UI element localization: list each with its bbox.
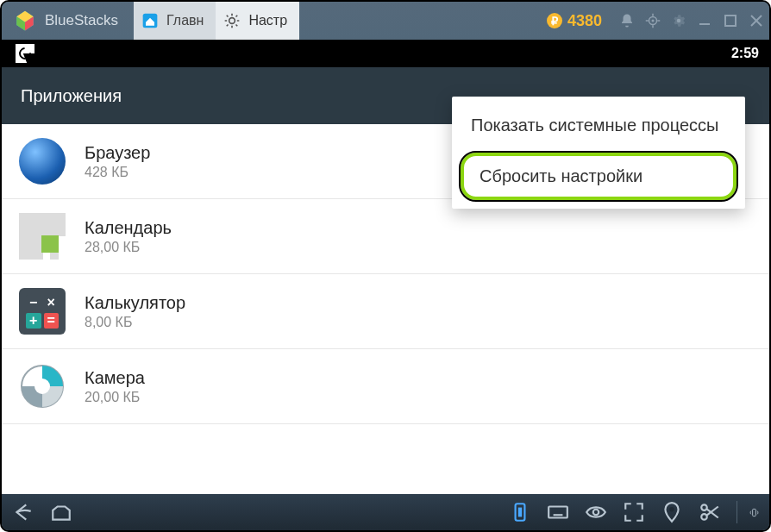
app-row-camera[interactable]: Камера 20,00 КБ	[2, 349, 769, 424]
svg-point-31	[593, 510, 599, 516]
svg-point-11	[652, 20, 655, 22]
svg-line-8	[227, 25, 229, 27]
svg-line-6	[227, 16, 229, 17]
calculator-icon: −×+=	[19, 288, 66, 335]
bluestacks-logo-icon	[14, 9, 36, 32]
menu-reset-settings[interactable]: Сбросить настройки	[461, 153, 737, 200]
app-name-label: Браузер	[85, 143, 150, 163]
location-target-icon[interactable]	[640, 13, 666, 28]
app-name-label: Календарь	[85, 218, 172, 238]
app-name-label: Камера	[85, 368, 145, 388]
maximize-button[interactable]	[718, 14, 743, 28]
app-window: BlueStacks Главн Настр ₽ 4380	[0, 0, 771, 532]
calendar-icon	[19, 213, 66, 260]
svg-point-32	[669, 507, 674, 511]
svg-rect-37	[753, 509, 756, 516]
scissors-icon[interactable]	[699, 501, 721, 523]
home-icon	[141, 11, 160, 30]
app-row-calculator[interactable]: −×+= Калькулятор 8,00 КБ	[2, 274, 769, 349]
location-pin-icon[interactable]	[661, 501, 683, 523]
close-button[interactable]	[743, 14, 769, 28]
back-icon[interactable]	[12, 501, 34, 523]
svg-point-22	[34, 379, 50, 394]
bell-icon[interactable]	[614, 13, 640, 28]
fullscreen-icon[interactable]	[623, 501, 645, 523]
keyboard-icon[interactable]	[547, 501, 569, 523]
browser-icon	[19, 138, 66, 185]
app-row-calendar[interactable]: Календарь 28,00 КБ	[2, 199, 769, 274]
status-time: 2:59	[731, 46, 759, 61]
tab-home[interactable]: Главн	[134, 2, 216, 40]
minimize-button[interactable]	[692, 14, 718, 28]
app-size-label: 28,00 КБ	[85, 240, 172, 255]
svg-rect-18	[725, 16, 736, 26]
shake-icon[interactable]	[737, 501, 759, 523]
tab-settings-label: Настр	[248, 13, 287, 28]
menu-show-system-processes[interactable]: Показать системные процессы	[452, 102, 745, 149]
coin-icon: ₽	[547, 13, 562, 28]
svg-line-9	[236, 16, 238, 17]
settings-gear-icon[interactable]	[666, 13, 692, 28]
android-statusbar: 2:59	[2, 40, 769, 67]
svg-line-7	[236, 25, 238, 27]
overflow-menu: Показать системные процессы Сбросить нас…	[452, 97, 745, 209]
app-name: BlueStacks	[45, 12, 118, 29]
app-size-label: 20,00 КБ	[85, 390, 145, 405]
camera-icon	[19, 363, 66, 410]
window-titlebar: BlueStacks Главн Настр ₽ 4380	[2, 2, 769, 40]
tab-home-label: Главн	[166, 13, 204, 28]
eye-icon[interactable]	[585, 501, 607, 523]
home-nav-icon[interactable]	[50, 501, 72, 523]
svg-rect-24	[518, 508, 522, 517]
section-title: Приложения	[21, 86, 122, 106]
svg-rect-25	[548, 507, 567, 518]
play-store-icon	[16, 44, 34, 63]
coin-balance[interactable]: ₽ 4380	[547, 12, 602, 30]
rotation-lock-icon[interactable]	[509, 501, 531, 523]
app-name-label: Калькулятор	[85, 293, 185, 313]
android-navbar	[2, 494, 769, 530]
svg-point-1	[229, 18, 235, 24]
coin-balance-value: 4380	[567, 12, 602, 30]
tab-settings[interactable]: Настр	[216, 2, 299, 40]
app-size-label: 8,00 КБ	[85, 315, 185, 330]
app-size-label: 428 КБ	[85, 165, 150, 180]
gear-icon	[223, 11, 241, 30]
